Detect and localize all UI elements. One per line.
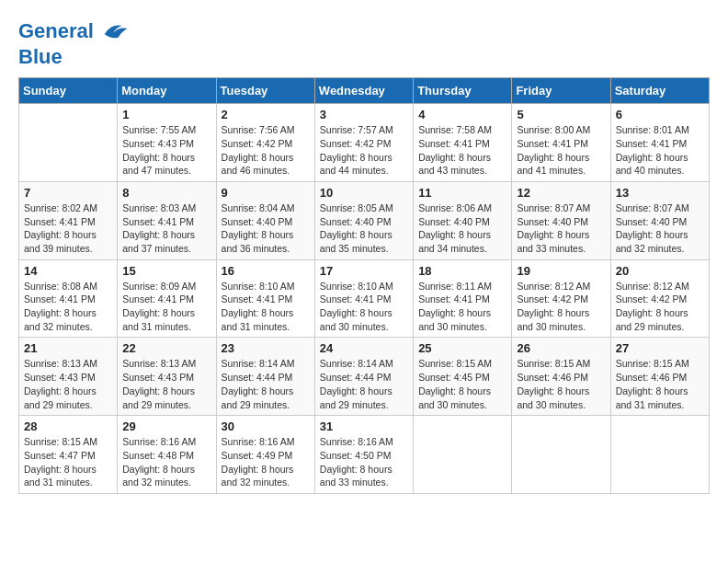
day-number: 9 [222,186,310,200]
day-info: Sunrise: 8:14 AMSunset: 4:44 PMDaylight:… [320,357,408,411]
calendar-table: SundayMondayTuesdayWednesdayThursdayFrid… [18,77,710,494]
day-number: 11 [418,186,506,200]
calendar-week-row: 14Sunrise: 8:08 AMSunset: 4:41 PMDayligh… [19,259,710,338]
day-info: Sunrise: 8:13 AMSunset: 4:43 PMDaylight:… [122,357,210,411]
calendar-cell [512,416,610,494]
day-info: Sunrise: 8:10 AMSunset: 4:41 PMDaylight:… [222,280,310,334]
calendar-cell: 19Sunrise: 8:12 AMSunset: 4:42 PMDayligh… [512,259,610,338]
day-number: 1 [122,108,210,121]
day-number: 20 [616,264,704,278]
day-number: 4 [418,108,506,121]
calendar-cell: 25Sunrise: 8:15 AMSunset: 4:45 PMDayligh… [414,338,512,416]
day-number: 16 [222,264,310,278]
calendar-cell: 28Sunrise: 8:15 AMSunset: 4:47 PMDayligh… [19,416,118,494]
day-number: 5 [517,108,605,121]
day-number: 28 [24,419,112,433]
calendar-cell: 30Sunrise: 8:16 AMSunset: 4:49 PMDayligh… [216,416,314,494]
calendar-cell: 27Sunrise: 8:15 AMSunset: 4:46 PMDayligh… [610,338,709,416]
calendar-cell [610,416,709,494]
calendar-cell: 11Sunrise: 8:06 AMSunset: 4:40 PMDayligh… [414,181,512,259]
calendar-cell: 17Sunrise: 8:10 AMSunset: 4:41 PMDayligh… [314,259,413,338]
calendar-cell: 12Sunrise: 8:07 AMSunset: 4:40 PMDayligh… [512,181,610,259]
weekday-header: Thursday [414,78,512,104]
weekday-header: Sunday [19,78,118,104]
calendar-week-row: 21Sunrise: 8:13 AMSunset: 4:43 PMDayligh… [19,338,710,416]
day-number: 30 [222,419,310,433]
calendar-cell: 21Sunrise: 8:13 AMSunset: 4:43 PMDayligh… [19,338,118,416]
calendar-cell: 22Sunrise: 8:13 AMSunset: 4:43 PMDayligh… [118,338,216,416]
calendar-cell: 20Sunrise: 8:12 AMSunset: 4:42 PMDayligh… [610,259,709,338]
weekday-header: Friday [512,78,610,104]
logo: General Blue [18,18,129,68]
day-number: 26 [517,341,605,355]
calendar-cell: 29Sunrise: 8:16 AMSunset: 4:48 PMDayligh… [118,416,216,494]
day-number: 7 [24,186,112,200]
calendar-cell: 26Sunrise: 8:15 AMSunset: 4:46 PMDayligh… [512,338,610,416]
day-info: Sunrise: 8:14 AMSunset: 4:44 PMDaylight:… [222,357,310,411]
calendar-cell: 31Sunrise: 8:16 AMSunset: 4:50 PMDayligh… [314,416,413,494]
weekday-header: Saturday [610,78,709,104]
day-number: 6 [616,108,704,121]
calendar-cell: 5Sunrise: 8:00 AMSunset: 4:41 PMDaylight… [512,104,610,182]
day-number: 24 [320,341,408,355]
day-number: 31 [320,419,408,433]
calendar-cell: 3Sunrise: 7:57 AMSunset: 4:42 PMDaylight… [314,104,413,182]
calendar-week-row: 28Sunrise: 8:15 AMSunset: 4:47 PMDayligh… [19,416,710,494]
day-info: Sunrise: 8:05 AMSunset: 4:40 PMDaylight:… [320,201,408,256]
day-number: 12 [517,186,605,200]
day-info: Sunrise: 8:15 AMSunset: 4:46 PMDaylight:… [517,357,605,411]
calendar-cell: 8Sunrise: 8:03 AMSunset: 4:41 PMDaylight… [118,181,216,259]
day-number: 3 [320,108,408,121]
day-info: Sunrise: 8:00 AMSunset: 4:41 PMDaylight:… [517,123,605,178]
calendar-cell [19,104,118,182]
calendar-cell: 13Sunrise: 8:07 AMSunset: 4:40 PMDayligh… [610,181,709,259]
weekday-header: Wednesday [314,78,413,104]
day-info: Sunrise: 7:55 AMSunset: 4:43 PMDaylight:… [122,123,210,178]
day-number: 25 [418,341,506,355]
day-info: Sunrise: 8:11 AMSunset: 4:41 PMDaylight:… [418,280,506,334]
day-info: Sunrise: 8:07 AMSunset: 4:40 PMDaylight:… [517,201,605,256]
day-number: 18 [418,264,506,278]
calendar-week-row: 7Sunrise: 8:02 AMSunset: 4:41 PMDaylight… [19,181,710,259]
calendar-cell: 9Sunrise: 8:04 AMSunset: 4:40 PMDaylight… [216,181,314,259]
day-number: 15 [122,264,210,278]
day-info: Sunrise: 7:56 AMSunset: 4:42 PMDaylight:… [222,123,310,178]
calendar-cell: 7Sunrise: 8:02 AMSunset: 4:41 PMDaylight… [19,181,118,259]
logo-blue: Blue [18,46,129,68]
day-number: 17 [320,264,408,278]
page-header: General Blue [18,18,710,68]
day-info: Sunrise: 7:57 AMSunset: 4:42 PMDaylight:… [320,123,408,178]
day-info: Sunrise: 8:16 AMSunset: 4:48 PMDaylight:… [122,435,210,489]
calendar-cell: 2Sunrise: 7:56 AMSunset: 4:42 PMDaylight… [216,104,314,182]
calendar-cell [414,416,512,494]
calendar-body: 1Sunrise: 7:55 AMSunset: 4:43 PMDaylight… [19,104,710,494]
calendar-header-row: SundayMondayTuesdayWednesdayThursdayFrid… [19,78,710,104]
day-info: Sunrise: 8:16 AMSunset: 4:49 PMDaylight:… [222,435,310,489]
day-number: 23 [222,341,310,355]
day-number: 2 [222,108,310,121]
day-number: 13 [616,186,704,200]
day-info: Sunrise: 8:12 AMSunset: 4:42 PMDaylight:… [517,280,605,334]
day-number: 10 [320,186,408,200]
day-info: Sunrise: 8:08 AMSunset: 4:41 PMDaylight:… [24,280,112,334]
calendar-cell: 4Sunrise: 7:58 AMSunset: 4:41 PMDaylight… [414,104,512,182]
weekday-header: Monday [118,78,216,104]
calendar-cell: 24Sunrise: 8:14 AMSunset: 4:44 PMDayligh… [314,338,413,416]
calendar-cell: 23Sunrise: 8:14 AMSunset: 4:44 PMDayligh… [216,338,314,416]
day-number: 8 [122,186,210,200]
day-info: Sunrise: 8:13 AMSunset: 4:43 PMDaylight:… [24,357,112,411]
day-info: Sunrise: 8:04 AMSunset: 4:40 PMDaylight:… [222,201,310,256]
day-info: Sunrise: 7:58 AMSunset: 4:41 PMDaylight:… [418,123,506,178]
calendar-week-row: 1Sunrise: 7:55 AMSunset: 4:43 PMDaylight… [19,104,710,182]
day-info: Sunrise: 8:15 AMSunset: 4:47 PMDaylight:… [24,435,112,489]
calendar-cell: 18Sunrise: 8:11 AMSunset: 4:41 PMDayligh… [414,259,512,338]
day-info: Sunrise: 8:06 AMSunset: 4:40 PMDaylight:… [418,201,506,256]
day-info: Sunrise: 8:09 AMSunset: 4:41 PMDaylight:… [122,280,210,334]
day-info: Sunrise: 8:07 AMSunset: 4:40 PMDaylight:… [616,201,704,256]
day-number: 22 [122,341,210,355]
calendar-cell: 15Sunrise: 8:09 AMSunset: 4:41 PMDayligh… [118,259,216,338]
day-number: 29 [122,419,210,433]
calendar-cell: 1Sunrise: 7:55 AMSunset: 4:43 PMDaylight… [118,104,216,182]
day-info: Sunrise: 8:15 AMSunset: 4:45 PMDaylight:… [418,357,506,411]
calendar-cell: 6Sunrise: 8:01 AMSunset: 4:41 PMDaylight… [610,104,709,182]
